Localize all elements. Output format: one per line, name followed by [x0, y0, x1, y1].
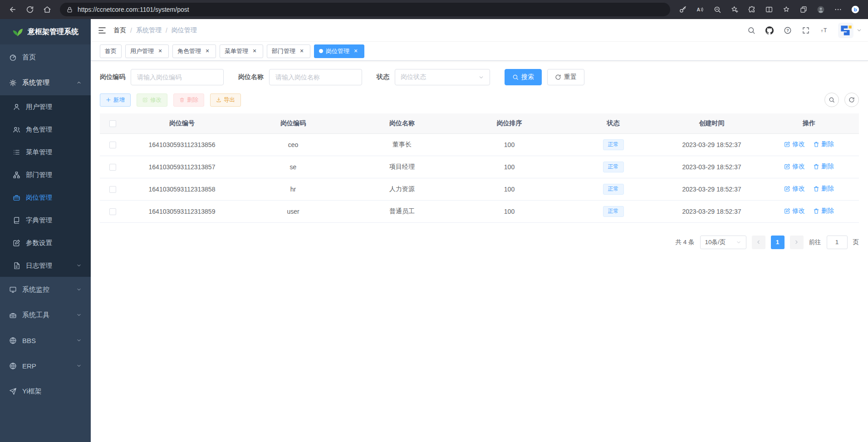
browser-profile-avatar[interactable] [813, 2, 829, 17]
row-delete-button[interactable]: 删除 [813, 207, 834, 215]
post-code-input[interactable] [131, 69, 224, 85]
tab-dept-mgmt[interactable]: 部门管理 × [267, 44, 310, 58]
tab-menu-mgmt[interactable]: 菜单管理 × [220, 44, 263, 58]
sidebar-item-bbs[interactable]: BBS [0, 328, 91, 353]
row-delete-button[interactable]: 删除 [813, 162, 834, 171]
tab-role-mgmt[interactable]: 角色管理 × [172, 44, 216, 58]
browser-home-button[interactable] [39, 2, 55, 17]
row-checkbox[interactable] [109, 208, 116, 215]
row-edit-button[interactable]: 修改 [784, 162, 805, 171]
menu-label: 系统工具 [22, 311, 49, 319]
sidebar-item-system-monitor[interactable]: 系统监控 [0, 277, 91, 302]
status-select[interactable]: 岗位状态 [395, 69, 490, 85]
sidebar-item-home[interactable]: 首页 [0, 44, 91, 70]
menu-label: 菜单管理 [26, 148, 52, 157]
header-search-button[interactable] [743, 21, 760, 39]
search-button[interactable]: 搜索 [505, 69, 542, 85]
export-button-label: 导出 [224, 96, 235, 104]
table-row: 1641030593112313857 se 项目经理 100 正常 2023-… [100, 156, 859, 178]
tab-label: 用户管理 [130, 47, 154, 55]
font-size-button[interactable]: TT [815, 21, 833, 39]
split-screen-icon[interactable] [761, 2, 777, 17]
sidebar-item-log-mgmt[interactable]: 日志管理 [0, 254, 91, 277]
address-bar[interactable]: https://ccnetcore.com:1101/system/post [60, 3, 670, 16]
tab-close-icon[interactable]: × [352, 48, 359, 55]
add-favorite-icon[interactable] [726, 2, 743, 17]
delete-button[interactable]: 删除 [173, 93, 204, 107]
export-button[interactable]: 导出 [210, 93, 241, 107]
row-edit-button[interactable]: 修改 [784, 207, 805, 215]
sidebar-item-param-settings[interactable]: 参数设置 [0, 231, 91, 254]
reset-button-label: 重置 [564, 73, 577, 81]
cell-post-name: 普通员工 [348, 200, 456, 222]
breadcrumb-system-mgmt[interactable]: 系统管理 [136, 26, 162, 34]
page-size-select[interactable]: 10条/页 [700, 236, 746, 249]
paper-plane-icon [9, 388, 17, 395]
row-edit-button[interactable]: 修改 [784, 185, 805, 193]
page-number-button[interactable]: 1 [771, 236, 785, 249]
app-logo[interactable]: 意框架管理系统 [0, 19, 91, 44]
sidebar-item-system-mgmt[interactable]: 系统管理 [0, 70, 91, 95]
toggle-search-button[interactable] [824, 93, 839, 107]
zoom-out-icon[interactable] [709, 2, 726, 17]
user-menu[interactable] [838, 23, 862, 38]
password-key-icon[interactable] [675, 2, 691, 17]
goto-page-input[interactable] [827, 236, 848, 249]
row-edit-button[interactable]: 修改 [784, 140, 805, 148]
browser-menu-icon[interactable] [830, 2, 846, 17]
next-page-button[interactable] [790, 236, 804, 249]
bing-copilot-icon[interactable]: b [847, 2, 863, 17]
extensions-icon[interactable] [744, 2, 760, 17]
trash-icon [179, 97, 185, 103]
sidebar-item-system-tools[interactable]: 系统工具 [0, 302, 91, 328]
tab-home[interactable]: 首页 [100, 44, 122, 58]
refresh-table-button[interactable] [844, 93, 859, 107]
tab-close-icon[interactable]: × [298, 48, 305, 55]
add-button[interactable]: 新增 [100, 93, 131, 107]
tab-close-icon[interactable]: × [157, 48, 164, 55]
row-checkbox[interactable] [109, 186, 116, 193]
sidebar-toggle-button[interactable] [91, 19, 113, 42]
github-link-button[interactable] [761, 21, 778, 39]
sidebar-item-erp[interactable]: ERP [0, 353, 91, 378]
font-size-icon: TT [820, 26, 828, 34]
table-tools [824, 93, 859, 107]
favorites-icon[interactable] [778, 2, 794, 17]
help-button[interactable]: ? [779, 21, 796, 39]
chevron-down-icon [478, 74, 484, 80]
row-checkbox[interactable] [109, 164, 116, 171]
sidebar-item-menu-mgmt[interactable]: 菜单管理 [0, 141, 91, 163]
logo-leaf-icon [12, 26, 23, 37]
browser-back-button[interactable] [5, 2, 21, 17]
prev-page-button[interactable] [752, 236, 765, 249]
row-delete-button[interactable]: 删除 [813, 185, 834, 193]
edit-button[interactable]: 修改 [137, 93, 167, 107]
tab-user-mgmt[interactable]: 用户管理 × [125, 44, 169, 58]
post-name-input[interactable] [269, 69, 362, 85]
reset-button[interactable]: 重置 [547, 69, 584, 85]
cell-post-sort: 100 [456, 133, 562, 156]
sidebar-item-user-mgmt[interactable]: 用户管理 [0, 95, 91, 118]
globe-icon [9, 337, 17, 344]
row-delete-button[interactable]: 删除 [813, 140, 834, 148]
split-window-icon [765, 5, 773, 14]
collections-icon[interactable] [795, 2, 812, 17]
sidebar-item-dict-mgmt[interactable]: 字典管理 [0, 209, 91, 231]
browser-refresh-button[interactable] [22, 2, 38, 17]
select-all-checkbox[interactable] [109, 120, 116, 127]
status-badge: 正常 [603, 139, 624, 150]
tab-close-icon[interactable]: × [204, 48, 211, 55]
read-aloud-icon[interactable]: A [692, 2, 708, 17]
tab-post-mgmt[interactable]: 岗位管理 × [314, 44, 364, 58]
row-checkbox[interactable] [109, 142, 116, 148]
edit-button-label: 修改 [150, 96, 162, 104]
sidebar-item-yi-framework[interactable]: Yi框架 [0, 378, 91, 404]
status-badge: 正常 [603, 184, 624, 195]
fullscreen-button[interactable] [797, 21, 814, 39]
star-icon [782, 5, 790, 14]
sidebar-item-dept-mgmt[interactable]: 部门管理 [0, 163, 91, 186]
breadcrumb-home[interactable]: 首页 [113, 26, 126, 34]
sidebar-item-post-mgmt[interactable]: 岗位管理 [0, 186, 91, 209]
sidebar-item-role-mgmt[interactable]: 角色管理 [0, 118, 91, 141]
tab-close-icon[interactable]: × [251, 48, 258, 55]
